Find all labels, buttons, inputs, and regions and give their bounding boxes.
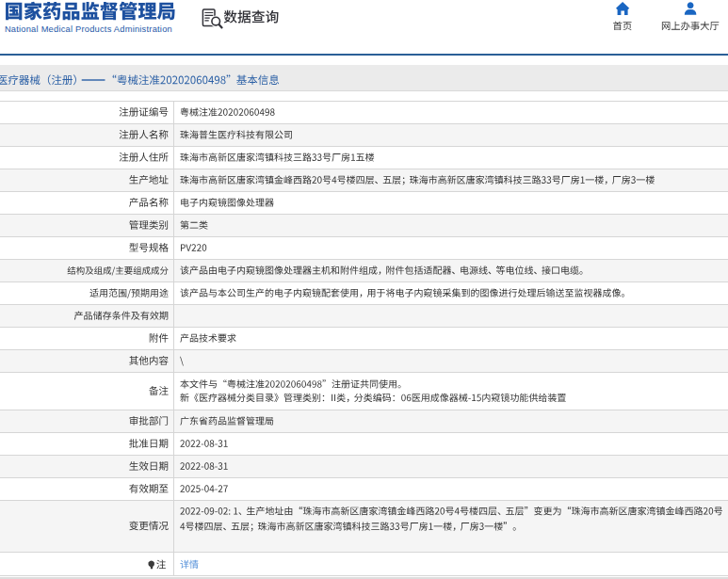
- svg-text:National Medical Products Admi: National Medical Products Administration: [5, 24, 172, 34]
